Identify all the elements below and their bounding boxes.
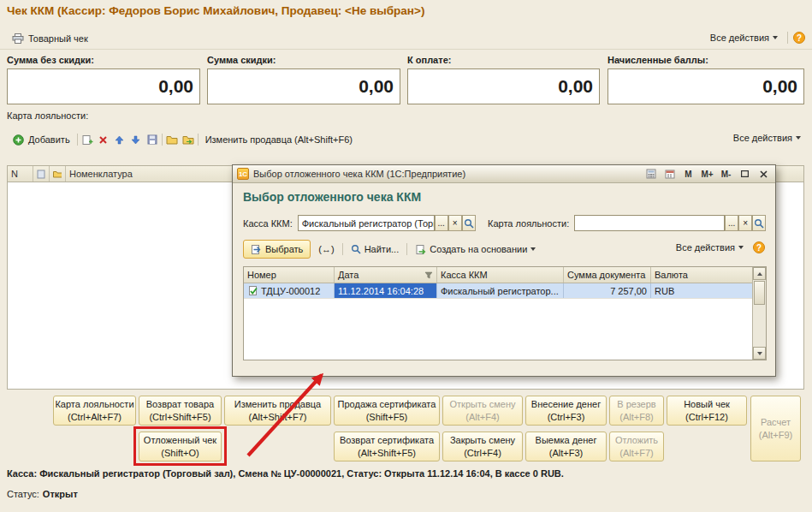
- sell-certificate-button[interactable]: Продажа сертификата(Shift+F5): [334, 396, 440, 426]
- create-based-on-icon: [415, 244, 426, 255]
- chevron-down-icon: [738, 246, 744, 249]
- total-label-no-discount: Сумма без скидки:: [7, 55, 94, 65]
- button-hotkey: (Alt+F8): [619, 411, 653, 423]
- loyalty-search-icon[interactable]: [752, 215, 766, 231]
- find-label: Найти...: [365, 244, 400, 254]
- top-all-actions-button[interactable]: Все действия: [706, 32, 782, 44]
- loyalty-card-label: Карта лояльности:: [7, 110, 88, 121]
- column-header-number[interactable]: Номер: [244, 267, 335, 283]
- button-hotkey: (Shift+F5): [366, 411, 408, 423]
- reserve-button: В резерв(Alt+F8): [609, 396, 664, 426]
- create-based-on-button[interactable]: Создать на основании: [411, 243, 540, 256]
- printer-icon: [11, 32, 25, 45]
- calculator-icon[interactable]: [643, 168, 658, 181]
- select-icon: [251, 244, 262, 255]
- scrollbar-track[interactable]: [753, 306, 766, 347]
- column-header-amount[interactable]: Сумма документа: [564, 267, 651, 283]
- cell-currency[interactable]: RUB: [651, 283, 752, 298]
- button-label: Карта лояльности: [55, 398, 133, 410]
- help-icon[interactable]: ?: [793, 32, 805, 44]
- filter-icon[interactable]: [424, 271, 433, 279]
- dialog-help-icon[interactable]: ?: [753, 241, 765, 253]
- column-header-currency[interactable]: Валюта: [651, 267, 752, 283]
- button-label: Новый чек: [684, 398, 730, 410]
- close-icon[interactable]: [756, 168, 771, 181]
- folder-open-icon[interactable]: [181, 133, 195, 146]
- return-certificate-button[interactable]: Возврат сертификата(Alt+Shift+F5): [334, 432, 440, 461]
- product-receipt-button[interactable]: Товарный чек: [7, 31, 92, 46]
- deposit-money-button[interactable]: Внесение денег(Ctrl+F3): [525, 396, 607, 426]
- new-receipt-button[interactable]: Новый чек(Ctrl+F12): [667, 396, 747, 426]
- scroll-up-button[interactable]: [753, 267, 766, 280]
- memory-minus-button[interactable]: М-: [719, 168, 733, 181]
- open-shift-button: Открыть смену(Alt+F4): [442, 396, 523, 426]
- dialog-loyalty-input[interactable]: [574, 215, 725, 231]
- return-goods-button[interactable]: Возврат товара(Ctrl+Shift+F5): [139, 396, 222, 426]
- select-button[interactable]: Выбрать: [243, 240, 311, 259]
- search-icon: [351, 244, 361, 254]
- dialog-titlebar[interactable]: 1С Выбор отложенного чека ККМ (1С:Предпр…: [233, 165, 775, 183]
- folder-icon[interactable]: [165, 133, 179, 146]
- column-header-n[interactable]: N: [8, 166, 33, 182]
- cash-register-status-line: Касса: Фискальный регистратор (Торговый …: [7, 468, 564, 479]
- button-hotkey: (Ctrl+F4): [464, 447, 501, 459]
- scroll-down-button[interactable]: [753, 347, 766, 360]
- kkm-more-button[interactable]: ...: [435, 215, 448, 231]
- separator: [77, 134, 78, 146]
- kkm-search-icon[interactable]: [462, 215, 476, 231]
- withdraw-money-button[interactable]: Выемка денег(Alt+F3): [525, 432, 607, 461]
- annotation-highlight-box: [133, 426, 227, 466]
- arrow-down-icon: [757, 352, 762, 355]
- scrollbar[interactable]: [752, 267, 766, 360]
- calendar-icon[interactable]: [662, 168, 677, 181]
- delete-icon[interactable]: [97, 133, 110, 146]
- loyalty-card-button[interactable]: Карта лояльности(Ctrl+Alt+F7): [53, 396, 136, 426]
- change-seller-button[interactable]: Изменить продавца (Alt+Shift+F6): [201, 134, 357, 146]
- column-header-date[interactable]: Дата: [335, 267, 437, 283]
- kkm-field-label: Касса ККМ:: [243, 218, 293, 229]
- add-copy-icon[interactable]: [80, 133, 94, 146]
- loyalty-clear-button[interactable]: ×: [738, 215, 752, 231]
- payment-button: Расчет(Alt+F9): [750, 396, 801, 461]
- chevron-down-icon: [773, 36, 778, 39]
- cell-number[interactable]: ТДЦУ-000012: [244, 283, 335, 298]
- button-hotkey: (Alt+F7): [619, 447, 653, 459]
- save-icon[interactable]: [145, 133, 159, 146]
- find-button[interactable]: Найти...: [347, 243, 404, 255]
- kkm-receipt-window: Чек ККМ (Кассир: Федоров Борис Михайлови…: [0, 0, 812, 512]
- button-hotkey: (Alt+Shift+F5): [358, 447, 416, 459]
- table-row[interactable]: ТДЦУ-000012 11.12.2014 16:04:28 Фискальн…: [244, 283, 752, 299]
- annotation-arrow: [224, 361, 344, 468]
- dialog-all-actions-button[interactable]: Все действия: [672, 241, 748, 253]
- status-value: Открыт: [43, 489, 78, 499]
- select-label: Выбрать: [265, 244, 303, 254]
- kkm-input[interactable]: Фискальный регистратор (Торг: [298, 215, 435, 231]
- column-header-folder-icon[interactable]: [50, 166, 66, 182]
- nav-arrows-button[interactable]: (↔): [314, 243, 338, 255]
- grid-empty-area[interactable]: [244, 299, 752, 360]
- button-label: Внесение денег: [531, 398, 601, 410]
- separator: [162, 134, 163, 146]
- memory-plus-button[interactable]: М+: [700, 168, 714, 181]
- cell-amount[interactable]: 7 257,00: [564, 283, 651, 298]
- deferred-receipt-dialog: 1С Выбор отложенного чека ККМ (1С:Предпр…: [232, 164, 776, 377]
- 1c-logo-icon: 1С: [237, 168, 249, 180]
- close-shift-button[interactable]: Закрыть смену(Ctrl+F4): [442, 432, 523, 461]
- move-up-icon[interactable]: [113, 133, 127, 146]
- button-label: Отложить: [615, 434, 658, 446]
- scrollbar-thumb[interactable]: [754, 281, 765, 305]
- separator: [787, 32, 788, 44]
- maximize-icon[interactable]: [738, 168, 752, 181]
- column-header-kkm[interactable]: Касса ККМ: [437, 267, 564, 283]
- column-header-sheet-icon[interactable]: [33, 166, 50, 182]
- cell-kkm[interactable]: Фискальный регистратор...: [437, 283, 564, 298]
- button-label: Продажа сертификата: [338, 398, 436, 410]
- loyalty-more-button[interactable]: ...: [725, 215, 738, 231]
- move-down-icon[interactable]: [129, 133, 143, 146]
- items-all-actions-button[interactable]: Все действия: [729, 132, 805, 144]
- add-row-button[interactable]: Добавить: [7, 132, 74, 147]
- kkm-clear-button[interactable]: ×: [448, 215, 462, 231]
- cell-date[interactable]: 11.12.2014 16:04:28: [335, 283, 437, 298]
- dialog-heading: Выбор отложенного чека ККМ: [243, 190, 421, 204]
- memory-button[interactable]: М: [681, 168, 696, 181]
